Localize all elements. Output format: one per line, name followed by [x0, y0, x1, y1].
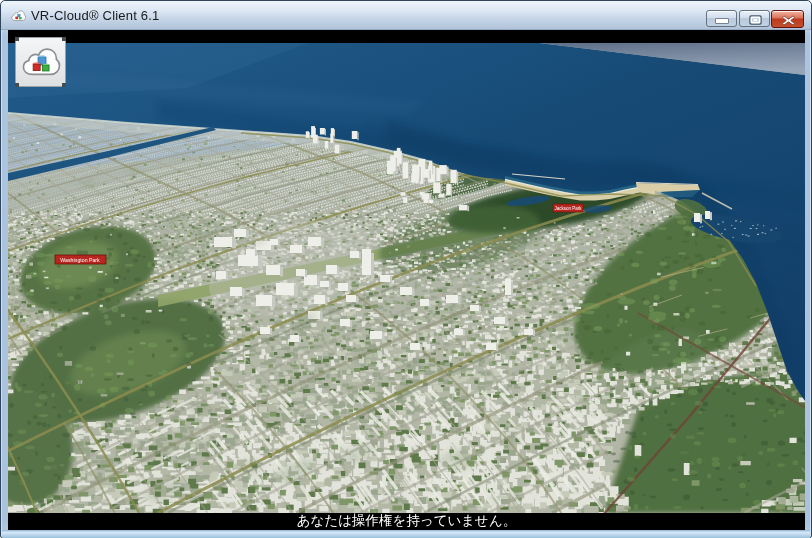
svg-text:Washington Park: Washington Park	[60, 257, 100, 263]
svg-text:Jackson Park: Jackson Park	[554, 206, 582, 211]
